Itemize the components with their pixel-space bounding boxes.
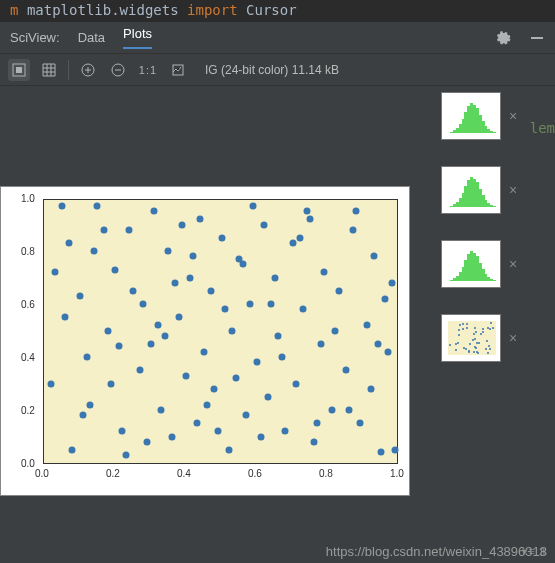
y-tick-label: 0.0 [21,458,35,469]
thumbnail-row: × [441,314,549,362]
y-tick-label: 0.4 [21,352,35,363]
data-point [65,240,72,247]
data-point [271,274,278,281]
sciview-header: SciView: Data Plots [0,22,555,54]
data-point [76,293,83,300]
data-point [356,420,363,427]
x-tick-label: 0.4 [177,468,191,479]
data-point [261,221,268,228]
thumbnail-scatter[interactable] [441,314,501,362]
zoom-actual-button[interactable]: 1:1 [137,59,159,81]
data-point [229,327,236,334]
data-point [314,420,321,427]
data-point [69,446,76,453]
data-point [250,202,257,209]
panel-title: SciView: [10,30,60,45]
data-point [264,393,271,400]
code-editor-line: m matplotlib.widgets import Cursor [0,0,555,22]
data-point [381,295,388,302]
data-point [218,234,225,241]
plot-viewer[interactable]: 0.00.20.40.60.81.00.00.20.40.60.81.0 [0,86,435,541]
data-point [207,287,214,294]
data-point [175,314,182,321]
x-tick-label: 0.6 [248,468,262,479]
tab-plots[interactable]: Plots [123,26,152,49]
data-point [364,322,371,329]
thumbnail-row: × [441,166,549,214]
y-tick-label: 0.2 [21,405,35,416]
data-point [317,340,324,347]
y-tick-label: 1.0 [21,193,35,204]
data-point [246,301,253,308]
data-point [385,348,392,355]
data-point [300,306,307,313]
data-point [374,340,381,347]
data-point [193,420,200,427]
data-point [310,438,317,445]
data-point [392,446,399,453]
data-point [87,401,94,408]
close-icon[interactable]: × [509,182,517,198]
plot-frame: 0.00.20.40.60.81.00.00.20.40.60.81.0 [0,186,410,496]
data-point [225,446,232,453]
file-info-label: IG (24-bit color) 11.14 kB [205,63,339,77]
data-point [108,380,115,387]
data-point [296,234,303,241]
data-point [211,385,218,392]
data-point [254,359,261,366]
data-point [278,354,285,361]
keyword-from: m [10,2,18,18]
thumbnail-histogram[interactable] [441,166,501,214]
data-point [388,279,395,286]
watermark: https://blog.csdn.net/weixin_43896318 [326,544,547,559]
data-point [204,401,211,408]
thumbnail-histogram[interactable] [441,92,501,140]
data-point [119,428,126,435]
data-point [58,202,65,209]
data-point [321,269,328,276]
data-point [293,380,300,387]
close-icon[interactable]: × [509,108,517,124]
fit-screen-icon[interactable] [8,59,30,81]
close-icon[interactable]: × [509,256,517,272]
data-point [51,269,58,276]
thumbnail-row: × [441,240,549,288]
data-point [183,372,190,379]
data-point [257,433,264,440]
y-tick-label: 0.6 [21,299,35,310]
data-point [154,322,161,329]
data-point [190,253,197,260]
close-icon[interactable]: × [509,330,517,346]
data-point [328,407,335,414]
data-point [371,253,378,260]
data-point [62,314,69,321]
data-point [151,208,158,215]
data-point [126,226,133,233]
data-point [289,240,296,247]
zoom-in-icon[interactable] [77,59,99,81]
data-point [346,407,353,414]
data-point [168,433,175,440]
grid-icon[interactable] [38,59,60,81]
gear-icon[interactable] [495,30,511,46]
data-point [282,428,289,435]
data-point [83,354,90,361]
data-point [378,449,385,456]
data-point [112,266,119,273]
x-tick-label: 1.0 [390,468,404,479]
data-point [335,287,342,294]
data-point [239,261,246,268]
data-point [136,367,143,374]
main-area: 0.00.20.40.60.81.00.00.20.40.60.81.0 × ×… [0,86,555,541]
data-point [197,216,204,223]
plot-toolbar: 1:1 IG (24-bit color) 11.14 kB [0,54,555,86]
data-point [80,412,87,419]
class-name: Cursor [246,2,297,18]
keyword-import: import [187,2,238,18]
x-tick-label: 0.2 [106,468,120,479]
thumbnail-histogram[interactable] [441,240,501,288]
zoom-out-icon[interactable] [107,59,129,81]
tab-data[interactable]: Data [78,30,105,45]
minimize-icon[interactable] [529,30,545,46]
export-icon[interactable] [167,59,189,81]
